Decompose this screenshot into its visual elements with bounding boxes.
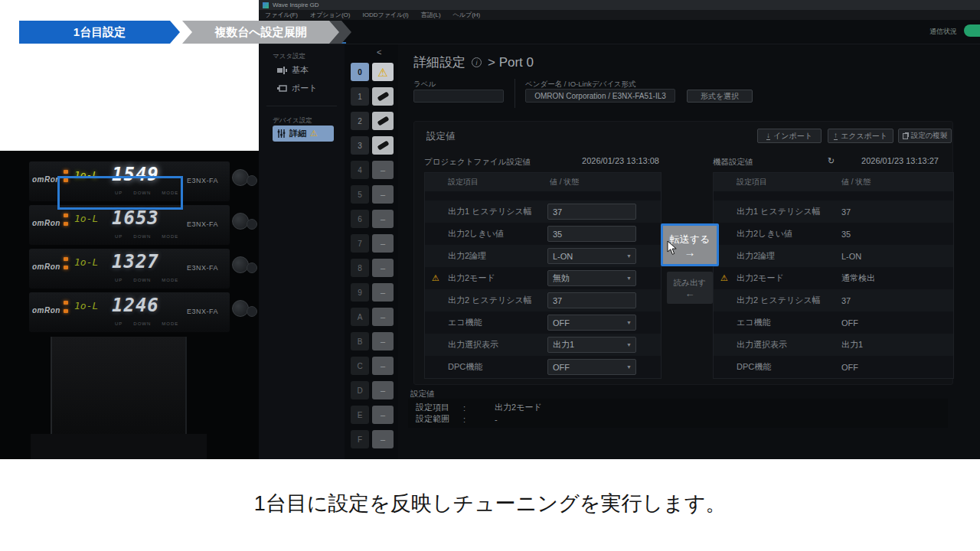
chevron-down-icon: ▼	[626, 320, 632, 325]
read-button[interactable]: 読み出す ←	[667, 272, 713, 304]
port-number: 1	[351, 87, 369, 106]
page-title: 詳細設定 i > Port 0	[413, 54, 534, 71]
sidebar-item-label: 詳細	[289, 128, 306, 139]
port-item-9[interactable]: 9–	[351, 283, 394, 302]
project-values-timestamp: 2026/01/23 13:13:08	[560, 156, 659, 165]
device-setting-value: OFF	[841, 318, 858, 328]
port-item-0[interactable]: 0⚠	[351, 63, 394, 81]
label-input[interactable]	[413, 90, 504, 103]
setting-value-input[interactable]	[547, 292, 636, 308]
fiber-connector-knob	[247, 175, 257, 186]
model-label: E3NX-FA	[187, 264, 218, 272]
setting-value-dropdown[interactable]: OFF▼	[547, 359, 636, 375]
device-values-timestamp: 2026/01/23 13:13:27	[839, 156, 939, 165]
settings-panel: 設定値 ↓ インポート ↑ エクスポート 設定の複製 プロジェクトファイル設定値…	[413, 121, 953, 385]
dropdown-value: 無効	[553, 272, 570, 284]
setting-value-dropdown[interactable]: OFF▼	[547, 315, 636, 331]
sensor-button-label: MODE	[162, 321, 178, 326]
sensor-amplifier-row: omRon1o-L1653UPDOWNMODEE3NX-FA	[0, 204, 259, 247]
device-setting-value: 37	[841, 207, 851, 217]
port-status-tile: –	[372, 332, 394, 350]
port-item-F[interactable]: F–	[351, 430, 394, 448]
setting-value-input[interactable]	[547, 226, 636, 242]
port-item-D[interactable]: D–	[351, 381, 394, 399]
sensor-photo: omRon1o-L1549UPDOWNMODEE3NX-FAomRon1o-L1…	[0, 151, 259, 459]
port-item-7[interactable]: 7–	[351, 234, 394, 253]
port-item-3[interactable]: 3	[351, 136, 394, 155]
select-model-button[interactable]: 形式を選択	[687, 90, 753, 103]
step-tab-first-unit[interactable]: 1台目設定	[19, 21, 180, 44]
setting-item-name: エコ機能	[448, 317, 482, 328]
dropdown-value: OFF	[553, 318, 570, 328]
sidebar-item-detail[interactable]: 詳細 ⚠	[273, 126, 334, 142]
menu-item-4[interactable]: ヘルプ(H)	[453, 11, 481, 19]
sidebar-item-label: ポート	[292, 83, 318, 94]
port-number: 5	[351, 185, 369, 204]
step-tab-deploy[interactable]: 複数台へ設定展開	[182, 21, 339, 44]
port-item-B[interactable]: B–	[351, 332, 394, 350]
refresh-icon[interactable]: ↻	[828, 156, 835, 166]
setting-value-input[interactable]	[547, 204, 636, 220]
port-item-C[interactable]: C–	[351, 357, 394, 375]
setting-item-name: 出力2モード	[737, 272, 784, 284]
sidebar-item-label: 基本	[292, 64, 309, 76]
page-subtitle: > Port 0	[488, 55, 534, 70]
port-status-tile: –	[372, 381, 394, 399]
detail-label: 設定範囲	[416, 413, 463, 425]
import-button[interactable]: ↓ インポート	[757, 129, 822, 143]
highlight-box	[57, 176, 183, 210]
sliders-icon	[277, 129, 286, 138]
omron-logo: omRon	[32, 219, 60, 227]
sidebar-item-basic[interactable]: 基本	[277, 64, 309, 76]
sensor-button-label: MODE	[162, 234, 178, 239]
menu-item-3[interactable]: 言語(L)	[421, 11, 441, 19]
top-bar: 通信状況	[259, 20, 980, 44]
port-item-A[interactable]: A–	[351, 308, 394, 326]
chevron-down-icon: ▼	[626, 253, 632, 259]
duplicate-settings-button[interactable]: 設定の複製	[898, 129, 952, 143]
chevron-down-icon: ▼	[626, 342, 632, 347]
port-status-tile	[372, 136, 394, 155]
import-button-label: インポート	[773, 131, 812, 142]
sensor-device-icon	[377, 116, 389, 126]
menu-item-2[interactable]: IODDファイル(I)	[362, 11, 408, 19]
setting-value-dropdown[interactable]: L-ON▼	[547, 248, 636, 264]
table-row: 出力1 ヒステリシス幅	[425, 201, 661, 223]
step-breadcrumb: 1台目設定 複数台へ設定展開	[19, 21, 351, 44]
port-item-6[interactable]: 6–	[351, 210, 394, 228]
sensor-buttons-labels: UPDOWNMODE	[115, 234, 178, 239]
sidebar-group-device: デバイス設定	[273, 116, 312, 126]
port-item-E[interactable]: E–	[351, 406, 394, 424]
info-icon[interactable]: i	[472, 57, 482, 67]
port-item-1[interactable]: 1	[351, 87, 394, 106]
sidebar-item-port[interactable]: ポート	[277, 83, 318, 94]
comm-status-toggle[interactable]	[964, 24, 980, 37]
no-device-dash-icon: –	[381, 165, 385, 174]
menu-item-1[interactable]: オプション(O)	[310, 11, 351, 19]
port-item-8[interactable]: 8–	[351, 259, 394, 277]
port-number: 4	[351, 161, 369, 179]
export-button[interactable]: ↑ エクスポート	[828, 129, 893, 143]
table-row: ⚠出力2モード通常検出	[714, 267, 953, 289]
vendor-device-value: OMRON Corporation / E3NX-FA51-IL3	[525, 89, 675, 103]
port-item-5[interactable]: 5–	[351, 185, 394, 204]
status-led	[64, 309, 68, 313]
sensor-button-label: UP	[115, 321, 122, 326]
port-status-tile: –	[372, 210, 394, 228]
port-number: 6	[351, 210, 369, 228]
setting-value-dropdown[interactable]: 出力1▼	[547, 337, 636, 353]
sensor-amplifier-row: omRon1o-L1327UPDOWNMODEE3NX-FA	[0, 247, 259, 291]
port-item-4[interactable]: 4–	[351, 161, 394, 179]
port-number: A	[351, 308, 369, 326]
setting-item-name: 出力2しきい値	[448, 228, 504, 240]
fiber-connector-knob	[247, 262, 257, 273]
setting-value-dropdown[interactable]: 無効▼	[547, 270, 636, 286]
table-row: ⚠出力2モード無効▼	[425, 267, 661, 289]
no-device-dash-icon: –	[381, 190, 385, 199]
menu-item-0[interactable]: ファイル(F)	[265, 11, 298, 19]
port-item-2[interactable]: 2	[351, 112, 394, 130]
collapse-rail-button[interactable]: <	[377, 47, 381, 57]
no-device-dash-icon: –	[381, 361, 385, 370]
app-icon	[263, 2, 269, 8]
port-status-tile: –	[372, 357, 394, 375]
